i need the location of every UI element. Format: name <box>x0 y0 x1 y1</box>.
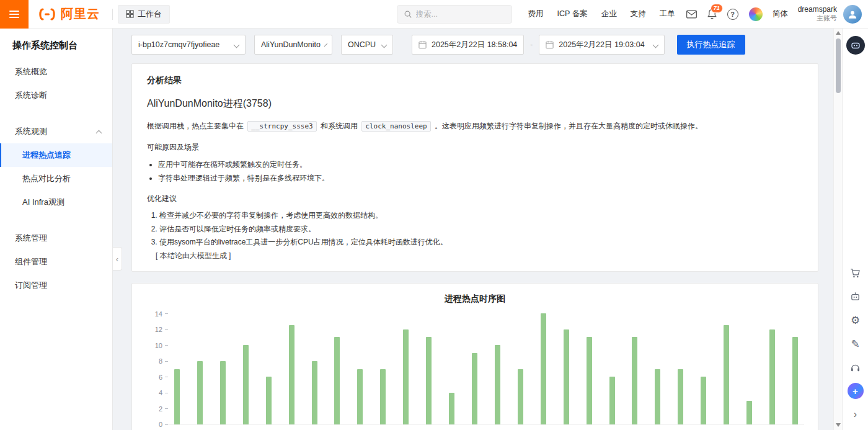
chart-bar[interactable] <box>426 337 432 424</box>
cart-icon[interactable] <box>845 262 866 284</box>
topnav-item-support[interactable]: 支持 <box>631 9 646 19</box>
ai-assistant-icon[interactable]: + <box>845 380 866 401</box>
gear-icon[interactable]: ⚙ <box>845 310 866 331</box>
process-select-value: AliYunDunMonito <box>261 40 321 49</box>
chart-bar[interactable] <box>449 393 454 424</box>
scroll-up-arrow-icon[interactable] <box>836 31 841 35</box>
sidebar-collapse-handle[interactable]: ‹ <box>113 247 122 271</box>
aliyun-logo[interactable]: 阿里云 <box>29 6 107 22</box>
assistant-robot-icon[interactable] <box>846 36 865 55</box>
sidebar-item-label: 系统概览 <box>15 66 47 78</box>
analysis-title: 分析结果 <box>147 75 803 86</box>
instance-select-value: i-bp10z7cmqv7fjyofieae <box>138 40 219 49</box>
grid-icon <box>126 10 134 18</box>
global-search[interactable] <box>397 5 512 24</box>
help-icon[interactable]: ? <box>727 9 738 20</box>
y-axis-tick: 8 <box>159 361 168 362</box>
account-type: 主账号 <box>817 14 837 23</box>
chart-bar[interactable] <box>220 361 226 424</box>
mail-icon[interactable] <box>686 10 697 19</box>
sidebar-item-label: 系统观测 <box>15 126 47 137</box>
sidebar-item-system-overview[interactable]: 系统概览 <box>0 60 112 84</box>
date-end-picker[interactable]: 2025年2月22日 19:03:04 <box>539 35 664 55</box>
scrollbar-thumb[interactable] <box>836 38 841 93</box>
chart-bar[interactable] <box>334 337 340 424</box>
mode-select[interactable]: ONCPU <box>341 35 393 55</box>
y-axis-tick: 12 <box>155 329 168 330</box>
causes-title: 可能原因及场景 <box>147 142 803 153</box>
chart-bar[interactable] <box>312 361 317 424</box>
account-info[interactable]: dreamspark 主账号 <box>798 5 837 23</box>
topnav-item-icp[interactable]: ICP 备案 <box>557 9 588 19</box>
chart-bar[interactable] <box>541 313 546 424</box>
robot-icon[interactable] <box>845 286 866 307</box>
calendar-icon <box>418 40 427 49</box>
sidebar-item-process-hotspot-tracking[interactable]: 进程热点追踪 <box>0 143 112 167</box>
topnav-item-tickets[interactable]: 工单 <box>660 9 675 19</box>
sidebar-item-label: 组件管理 <box>15 256 47 267</box>
chart-bar[interactable] <box>518 369 523 425</box>
hamburger-menu-icon[interactable] <box>0 0 29 29</box>
chart-bar[interactable] <box>197 361 203 424</box>
workbench-button[interactable]: 工作台 <box>118 5 170 24</box>
chevron-right-icon[interactable]: › <box>845 404 866 425</box>
chart-bar[interactable] <box>357 369 363 425</box>
chart-bar[interactable] <box>792 337 798 424</box>
person-icon <box>847 9 858 20</box>
sidebar-item-system-management[interactable]: 系统管理 <box>0 226 112 250</box>
chart-bar[interactable] <box>289 325 294 424</box>
right-utility-rail: ⚙ ✎ + › <box>842 29 868 430</box>
y-axis-tick: 10 <box>155 345 168 346</box>
run-hotspot-tracking-button[interactable]: 执行热点追踪 <box>677 35 745 55</box>
sidebar-item-label: 系统管理 <box>15 233 47 244</box>
chart-bar[interactable] <box>655 369 660 425</box>
chart-bar[interactable] <box>678 369 683 425</box>
chart-bar[interactable] <box>701 377 706 424</box>
search-input[interactable] <box>416 10 497 19</box>
chart-bar[interactable] <box>174 369 180 425</box>
sidebar-item-hotspot-comparison[interactable]: 热点对比分析 <box>0 167 112 190</box>
date-range-separator: - <box>530 40 533 49</box>
bell-icon[interactable]: 71 <box>707 9 717 19</box>
locale-switch[interactable]: 简体 <box>773 9 788 19</box>
mode-select-value: ONCPU <box>348 40 376 49</box>
sidebar-item-system-diagnosis[interactable]: 系统诊断 <box>0 84 112 107</box>
sidebar-item-subscription-management[interactable]: 订阅管理 <box>0 274 112 297</box>
brand-text: 阿里云 <box>61 6 100 22</box>
chart-bar[interactable] <box>609 377 615 424</box>
process-select[interactable]: AliYunDunMonito <box>254 35 332 55</box>
avatar[interactable] <box>843 5 862 24</box>
chart-bar[interactable] <box>472 353 477 424</box>
chart-bar[interactable] <box>243 345 249 424</box>
headset-icon[interactable] <box>845 357 866 378</box>
chart-bar[interactable] <box>403 329 409 424</box>
sidebar-item-system-observation[interactable]: 系统观测 <box>0 120 112 143</box>
topnav-item-enterprise[interactable]: 企业 <box>601 9 617 19</box>
chart-bar[interactable] <box>266 377 272 424</box>
chart-bar[interactable] <box>769 329 775 424</box>
y-axis-tick: 6 <box>159 377 168 377</box>
community-icon[interactable] <box>749 7 763 21</box>
topbar-nav: 费用ICP 备案企业支持工单 <box>528 9 675 19</box>
chart-bar[interactable] <box>587 337 592 424</box>
date-start-picker[interactable]: 2025年2月22日 18:58:04 <box>412 35 524 55</box>
suggestion-item: 评估是否可以降低定时任务的频率或精度要求。 <box>159 223 803 236</box>
pencil-icon[interactable]: ✎ <box>845 333 866 354</box>
para-text: 。这表明应用频繁进行字符串复制操作，并且存在大量高精度的定时或休眠操作。 <box>435 122 702 130</box>
sidebar-item-ai-infra-observation[interactable]: AI Infra观测 <box>0 190 112 214</box>
sidebar-item-component-management[interactable]: 组件管理 <box>0 250 112 274</box>
chart-bar[interactable] <box>632 337 637 424</box>
cause-item: 字符串处理逻辑过于频繁，特别是在多线程环境下。 <box>158 171 803 185</box>
chart-bar[interactable] <box>495 345 500 424</box>
cause-item: 应用中可能存在循环或频繁触发的定时任务。 <box>158 158 803 171</box>
vertical-scrollbar[interactable] <box>833 29 842 430</box>
instance-select[interactable]: i-bp10z7cmqv7fjyofieae <box>131 35 246 55</box>
hotspot-time-series-chart: 14121086420 <box>146 313 804 425</box>
topnav-item-billing[interactable]: 费用 <box>528 9 544 19</box>
scroll-down-arrow-icon[interactable] <box>836 423 841 427</box>
chart-bar[interactable] <box>724 325 729 424</box>
suggestion-item: 使用sysom平台的livetrace工具进一步分析CPU占用情况，定位具体耗时… <box>159 236 803 249</box>
chart-bar[interactable] <box>380 369 386 425</box>
chart-bar[interactable] <box>564 329 569 424</box>
chart-bar[interactable] <box>746 401 752 424</box>
